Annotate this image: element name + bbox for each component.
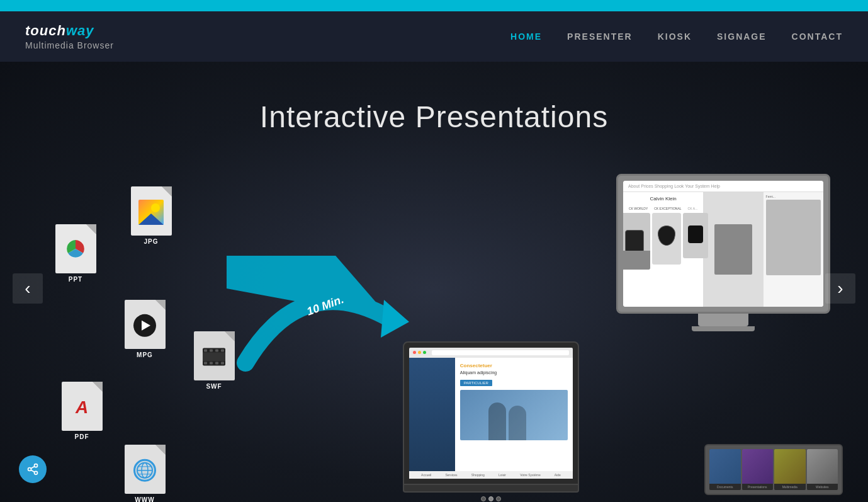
laptop-screen-frame: Consectetuer Aliquam adipiscing PARTICUL…	[403, 341, 579, 485]
tablet-cell-multimedia: Multimedia	[774, 449, 806, 490]
film-hole	[221, 362, 224, 364]
svg-line-12	[31, 466, 35, 468]
monitor-nav-bar: About Prices Shopping Look Your System H…	[623, 181, 823, 192]
mpg-label: MPG	[137, 351, 153, 358]
www-file-icon: WWW	[120, 445, 170, 503]
web-image	[807, 449, 838, 484]
film-hole	[215, 362, 218, 364]
pdf-doc-shape: A	[62, 382, 103, 431]
pdf-label: PDF	[75, 433, 89, 440]
watch-band-1	[623, 251, 650, 270]
header: touchway Multimedia Browser HOME PRESENT…	[0, 11, 868, 62]
svg-point-10	[35, 471, 38, 474]
tablet-grid-mockup: Documents Presentations Multimedia	[704, 444, 843, 495]
jpg-file-icon: JPG	[126, 186, 176, 245]
www-globe-icon	[133, 459, 156, 481]
film-hole	[210, 349, 213, 351]
multi-label: Multimedia	[774, 484, 806, 490]
film-hole	[215, 349, 218, 351]
ppt-file-icon: PPT	[50, 224, 101, 283]
tablet-cell-presentations: Presentations	[742, 449, 774, 490]
watch-face-1	[625, 230, 644, 253]
mpg-play-icon	[133, 314, 156, 336]
main-nav: HOME PRESENTER KIOSK SIGNAGE CONTACT	[510, 31, 843, 42]
nav-home[interactable]: HOME	[510, 31, 542, 42]
logo: touchway	[25, 23, 114, 39]
swf-icon-content	[203, 348, 225, 365]
mpg-icon-content	[133, 314, 156, 336]
nav-item-1: Accueil	[421, 473, 431, 477]
brand-name: Calvin Klein	[627, 196, 699, 202]
watch-1-body	[623, 213, 650, 270]
monitor-product-area: Calvin Klein CK WORLDY CK EXCEPTIONAL CK…	[623, 192, 703, 307]
person-1	[488, 402, 506, 440]
monitor-col-headers: CK WORLDY CK EXCEPTIONAL CK A...	[627, 204, 699, 213]
nav-kiosk[interactable]: KIOSK	[658, 31, 692, 42]
screens-area: About Prices Shopping Look Your System H…	[403, 186, 830, 489]
arrow-svg: 10 Min.	[227, 256, 415, 394]
watch-2-body	[652, 213, 681, 265]
carousel-prev-button[interactable]: ‹	[13, 273, 43, 304]
pdf-file-icon: A PDF	[57, 382, 107, 440]
pres-image	[742, 449, 774, 484]
top-bar	[0, 0, 868, 11]
browser-address-bar	[432, 350, 569, 355]
svg-line-11	[31, 470, 35, 472]
globe-svg	[135, 460, 154, 479]
monitor-right-area: Femi...	[764, 192, 823, 307]
www-doc-shape	[125, 445, 166, 494]
watch-3	[683, 213, 708, 263]
conversion-arrow: 10 Min.	[227, 256, 415, 382]
laptop-content-title: Consectetuer	[460, 363, 568, 368]
file-icons-group: PPT	[38, 186, 239, 489]
couple-silhouette	[488, 396, 539, 440]
browser-dot-green	[423, 351, 426, 354]
www-label: WWW	[135, 496, 154, 503]
logo-way: way	[66, 23, 94, 38]
nav-contact[interactable]: CONTACT	[792, 31, 843, 42]
nav-presenter[interactable]: PRESENTER	[567, 31, 633, 42]
web-label: Websites	[807, 484, 838, 490]
monitor-right-label: Femi...	[766, 195, 821, 198]
col-header-1: CK WORLDY	[629, 207, 648, 210]
hero-title: Interactive Presentations	[260, 100, 608, 134]
dot-1	[481, 496, 486, 501]
tablet-cell-websites: Websites	[807, 449, 838, 490]
chevron-left-icon: ‹	[25, 278, 30, 299]
monitor-right-image	[766, 200, 821, 275]
col-header-2: CK EXCEPTIONAL	[654, 207, 681, 210]
carousel-next-button[interactable]: ›	[825, 273, 855, 304]
watch-3-body	[683, 213, 708, 258]
nav-item-6: Aide	[555, 473, 561, 477]
monitor-body: About Prices Shopping Look Your System H…	[616, 174, 830, 314]
monitor-nav-links: About Prices Shopping Look Your System H…	[628, 184, 720, 188]
laptop-bottom-nav: Accueil Services Shopping Loisir Votre S…	[409, 471, 573, 479]
jpg-mountain-icon	[138, 214, 164, 225]
share-button[interactable]	[19, 455, 47, 483]
film-top-row	[203, 349, 225, 351]
monitor-center-content	[703, 192, 763, 307]
nav-item-5: Votre Système	[520, 473, 541, 477]
nav-item-2: Services	[445, 473, 457, 477]
swf-label: SWF	[206, 383, 222, 390]
film-hole	[210, 362, 213, 364]
carousel-dots	[403, 496, 579, 501]
jpg-sun-icon	[151, 203, 160, 212]
swf-film-icon	[203, 348, 225, 365]
nav-signage[interactable]: SIGNAGE	[717, 31, 767, 42]
monitor-screen: About Prices Shopping Look Your System H…	[623, 181, 823, 307]
logo-subtitle: Multimedia Browser	[25, 40, 114, 50]
watch-face-2	[658, 225, 675, 246]
film-hole	[221, 349, 224, 351]
film-hole	[204, 362, 207, 364]
monitor-center-image	[714, 224, 752, 275]
hero-section: Interactive Presentations ‹ ›	[0, 62, 868, 502]
film-hole	[204, 349, 207, 351]
docs-image	[709, 449, 741, 484]
nav-item-4: Loisir	[499, 473, 506, 477]
dot-2	[488, 496, 493, 501]
film-bottom-row	[203, 362, 225, 364]
watch-face-3	[688, 225, 703, 243]
monitor-base	[692, 326, 755, 331]
laptop-mockup: Consectetuer Aliquam adipiscing PARTICUL…	[403, 341, 579, 501]
